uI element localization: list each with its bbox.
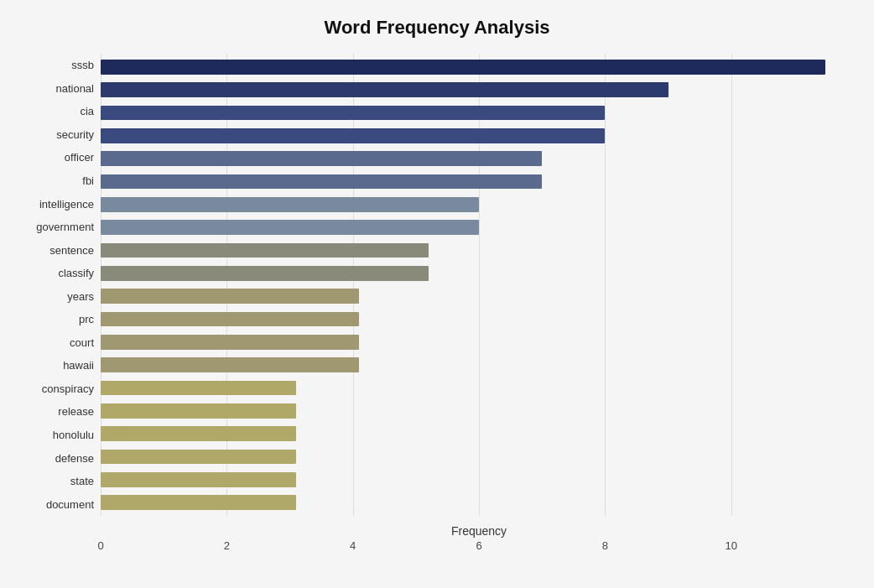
y-label-hawaii: hawaii	[63, 360, 94, 371]
bar-row-cia	[101, 101, 857, 123]
y-label-release: release	[58, 406, 94, 417]
bar-row-honolulu	[101, 423, 857, 445]
bar-row-government	[101, 216, 857, 238]
bar-prc	[101, 312, 359, 327]
bar-court	[101, 335, 359, 350]
bar-row-release	[101, 400, 857, 422]
bar-row-fbi	[101, 170, 857, 192]
y-label-prc: prc	[79, 314, 94, 325]
y-label-state: state	[70, 476, 94, 487]
y-label-classify: classify	[58, 268, 94, 278]
y-label-officer: officer	[65, 152, 94, 163]
y-label-document: document	[46, 499, 94, 510]
bar-row-state	[101, 469, 857, 491]
bar-conspiracy	[101, 381, 296, 396]
y-label-intelligence: intelligence	[39, 199, 94, 210]
x-tick-6: 6	[476, 539, 481, 552]
bar-row-intelligence	[101, 194, 857, 216]
bar-row-sentence	[101, 239, 857, 261]
bar-years	[101, 289, 359, 304]
x-tick-0: 0	[97, 539, 103, 552]
bar-intelligence	[101, 197, 479, 212]
y-label-defense: defense	[55, 453, 94, 464]
y-label-conspiracy: conspiracy	[42, 383, 94, 394]
bar-row-document	[101, 492, 857, 513]
y-label-sssb: sssb	[71, 60, 94, 70]
y-labels: sssbnationalciasecurityofficerfbiintelli…	[17, 54, 101, 516]
bar-row-classify	[101, 263, 857, 284]
y-label-honolulu: honolulu	[53, 429, 94, 440]
bar-hawaii	[101, 357, 359, 372]
bar-row-national	[101, 79, 857, 101]
x-tick-8: 8	[602, 539, 608, 552]
y-label-years: years	[67, 291, 94, 302]
bars-section: 0246810 Frequency	[101, 54, 857, 516]
y-label-security: security	[56, 129, 94, 140]
bar-cia	[101, 106, 605, 121]
bars-and-grid: 0246810	[101, 54, 857, 516]
bars-wrapper	[101, 54, 857, 516]
y-label-fbi: fbi	[82, 175, 94, 186]
bar-honolulu	[101, 426, 296, 441]
bar-row-prc	[101, 308, 857, 330]
x-tick-10: 10	[725, 539, 736, 552]
bar-fbi	[101, 174, 542, 190]
bar-row-conspiracy	[101, 377, 857, 398]
bar-row-court	[101, 331, 857, 353]
y-label-cia: cia	[80, 106, 94, 117]
bar-release	[101, 403, 296, 419]
bar-security	[101, 128, 605, 143]
chart-area: sssbnationalciasecurityofficerfbiintelli…	[17, 54, 857, 516]
x-axis-title: Frequency	[101, 524, 857, 538]
bar-row-security	[101, 125, 857, 147]
bar-row-sssb	[101, 56, 857, 78]
bar-row-defense	[101, 445, 857, 467]
y-label-court: court	[70, 337, 94, 348]
y-label-government: government	[36, 221, 94, 232]
chart-container: Word Frequency Analysis sssbnationalcias…	[0, 0, 874, 588]
bar-state	[101, 472, 296, 487]
x-tick-4: 4	[350, 539, 356, 552]
bar-sssb	[101, 60, 825, 75]
chart-title: Word Frequency Analysis	[17, 17, 857, 39]
bar-row-hawaii	[101, 354, 857, 376]
bar-classify	[101, 266, 429, 281]
bar-national	[101, 82, 669, 97]
bar-document	[101, 495, 296, 510]
y-label-national: national	[55, 83, 94, 94]
bar-row-officer	[101, 148, 857, 169]
bar-sentence	[101, 243, 429, 258]
y-label-sentence: sentence	[49, 245, 94, 256]
bar-officer	[101, 151, 542, 166]
bar-government	[101, 220, 479, 235]
x-tick-2: 2	[224, 539, 230, 552]
bar-defense	[101, 450, 296, 465]
bar-row-years	[101, 285, 857, 307]
